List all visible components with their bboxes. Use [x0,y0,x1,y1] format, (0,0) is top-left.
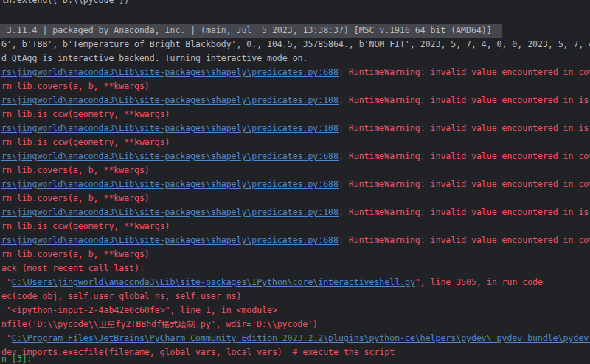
console-line-warning-source: rn lib.covers(a, b, **kwargs) [1,192,590,206]
console-line-traceback-file: "<ipython-input-2-4ab42e0c60fe>", line 1… [1,304,590,318]
console-line-warning-source: rn lib.covers(a, b, **kwargs) [1,164,590,178]
console-line-warning-source: rn lib.is_ccw(geometry, **kwargs) [1,108,590,122]
console-line-warning: rs\jingworld\anaconda3\Lib\site-packages… [1,178,590,192]
console-line-warning: rs\jingworld\anaconda3\Lib\site-packages… [1,150,590,164]
console-text: d QtAgg is interactive backend. Turning … [1,53,308,63]
console-line-warning: rs\jingworld\anaconda3\Lib\site-packages… [1,94,590,108]
console-text: ack (most recent call last): [1,263,145,273]
console-text: ", line 3505, in run_code [415,277,543,287]
file-link[interactable]: rs\jingworld\anaconda3\Lib\site-packages… [1,151,339,161]
file-link[interactable]: rs\jingworld\anaconda3\Lib\site-packages… [1,95,339,105]
console-text: : RuntimeWarning: invalid value encounte… [339,179,590,189]
console-text: th.extend(['D:\\pycode']) [1,0,129,5]
file-link[interactable]: rs\jingworld\anaconda3\Lib\site-packages… [1,123,339,133]
file-link[interactable]: rs\jingworld\anaconda3\Lib\site-packages… [1,179,339,189]
console-text: rn lib.covers(a, b, **kwargs) [1,165,150,175]
file-link[interactable]: rs\jingworld\anaconda3\Lib\site-packages… [1,235,339,245]
console-text: rn lib.is_ccw(geometry, **kwargs) [1,221,170,231]
console-text: ec(code_obj, self.user_global_ns, self.u… [1,291,241,301]
console-text: rn lib.covers(a, b, **kwargs) [1,249,150,259]
console-text: G', b'TBB', b'Temperature of Bright Blac… [1,39,590,49]
console-line-python-version: 3.11.4 | packaged by Anaconda, Inc. | (m… [1,24,590,38]
console-text: " [1,333,12,343]
console-line-traceback-file: "C:\Program Files\JetBrains\PyCharm Comm… [1,332,590,346]
console-line-traceback-header: ack (most recent call last): [1,262,590,276]
console-line-warning-source: rn lib.is_ccw(geometry, **kwargs) [1,136,590,150]
console-line-warning: rs\jingworld\anaconda3\Lib\site-packages… [1,122,590,136]
selected-line-highlight: 3.11.4 | packaged by Anaconda, Inc. | (m… [0,24,502,38]
console-text: dev_imports.execfile(filename, global_va… [1,347,395,357]
console-text: : RuntimeWarning: invalid value encounte… [339,67,590,77]
console-text: rn lib.covers(a, b, **kwargs) [1,81,150,91]
console-line-hdf-output: G', b'TBB', b'Temperature of Bright Blac… [1,38,590,52]
console-lines: th.extend(['D:\\pycode']) 3.11.4 | packa… [1,0,590,364]
console-line-backend: d QtAgg is interactive backend. Turning … [1,52,590,66]
console-text: "<ipython-input-2-4ab42e0c60fe>", line 1… [1,305,277,315]
console-text: : RuntimeWarning: invalid value encounte… [339,207,590,217]
console-line-traceback-source: nfile('D:\\pycode\\卫星fy2TBBhdf格式绘制.py', … [1,318,590,332]
console-text: rn lib.covers(a, b, **kwargs) [1,193,150,203]
console-text: rn lib.is_ccw(geometry, **kwargs) [1,137,170,147]
console-line-warning-source: rn lib.covers(a, b, **kwargs) [1,248,590,262]
file-link[interactable]: C:\Program Files\JetBrains\PyCharm Commu… [12,333,590,343]
console-text: : RuntimeWarning: invalid value encounte… [339,235,590,245]
file-link[interactable]: rs\jingworld\anaconda3\Lib\site-packages… [1,207,339,217]
console-line-warning-source: rn lib.is_ccw(geometry, **kwargs) [1,220,590,234]
console-line-traceback-file: "C:\Users\jingworld\anaconda3\Lib\site-p… [1,276,590,290]
console-text: n [3]: [1,354,32,364]
console-text: rn lib.is_ccw(geometry, **kwargs) [1,109,170,119]
console-line-warning: rs\jingworld\anaconda3\Lib\site-packages… [1,66,590,80]
console-text: : RuntimeWarning: invalid value encounte… [339,123,590,133]
console-line-warning: rs\jingworld\anaconda3\Lib\site-packages… [1,206,590,220]
python-console-output[interactable]: th.extend(['D:\\pycode']) 3.11.4 | packa… [0,0,590,364]
console-text: : RuntimeWarning: invalid value encounte… [339,95,590,105]
console-line-blank [1,7,590,24]
console-text: 3.11.4 | packaged by Anaconda, Inc. | (m… [1,25,492,35]
console-line-warning-source: rn lib.covers(a, b, **kwargs) [1,80,590,94]
console-text: : RuntimeWarning: invalid value encounte… [339,151,590,161]
console-text: " [1,277,12,287]
console-line-traceback-source: ec(code_obj, self.user_global_ns, self.u… [1,290,590,304]
file-link[interactable]: C:\Users\jingworld\anaconda3\Lib\site-pa… [12,277,415,287]
console-text: nfile('D:\\pycode\\卫星fy2TBBhdf格式绘制.py', … [1,319,318,329]
file-link[interactable]: rs\jingworld\anaconda3\Lib\site-packages… [1,67,339,77]
console-line-echo: th.extend(['D:\\pycode']) [1,0,590,7]
console-line-warning: rs\jingworld\anaconda3\Lib\site-packages… [1,234,590,248]
